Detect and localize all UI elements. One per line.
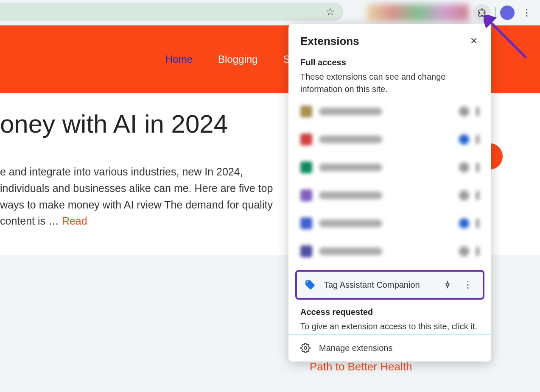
tag-icon [305,279,316,290]
extensions-popup: Extensions ✕ Full access These extension… [288,24,491,361]
extension-item-blurred[interactable] [300,242,479,261]
extension-options-icon[interactable]: ⋮ [461,279,475,290]
popup-title: Extensions [300,35,359,48]
access-requested-heading: Access requested [300,307,479,317]
pinned-extensions-blurred [367,4,469,21]
browser-menu-icon[interactable]: ⋮ [519,7,535,18]
bookmark-star-icon[interactable]: ☆ [326,6,335,18]
extension-name: Tag Assistant Companion [324,280,434,290]
article-body: e and integrate into various industries,… [0,164,280,229]
close-icon[interactable]: ✕ [468,34,479,48]
toolbar-divider [495,7,496,19]
article-title: oney with AI in 2024 [0,110,280,138]
gear-icon [300,343,311,353]
extension-item-blurred[interactable] [300,158,479,177]
access-requested-description: To give an extension access to this site… [300,320,479,333]
full-access-heading: Full access [300,58,479,67]
puzzle-icon [477,8,487,17]
extension-item-blurred[interactable] [300,186,479,205]
read-more-link[interactable]: Read [62,215,87,227]
nav-blogging[interactable]: Blogging [218,53,257,65]
nav-home[interactable]: Home [165,53,193,65]
manage-extensions-label: Manage extensions [319,343,392,353]
full-access-description: These extensions can see and change info… [300,71,479,95]
svg-point-0 [304,347,307,349]
extension-item-tag-assistant[interactable]: Tag Assistant Companion ⋮ [295,270,484,300]
pin-icon[interactable] [443,280,452,289]
profile-avatar[interactable] [500,6,515,20]
browser-toolbar: ☆ ⋮ [0,0,540,25]
extensions-button[interactable] [473,4,491,22]
extension-item-blurred[interactable] [300,214,479,233]
manage-extensions-button[interactable]: Manage extensions [288,334,491,361]
extension-item-blurred[interactable] [300,130,479,149]
extension-item-blurred[interactable] [300,102,479,121]
url-bar[interactable]: ☆ [0,3,344,21]
